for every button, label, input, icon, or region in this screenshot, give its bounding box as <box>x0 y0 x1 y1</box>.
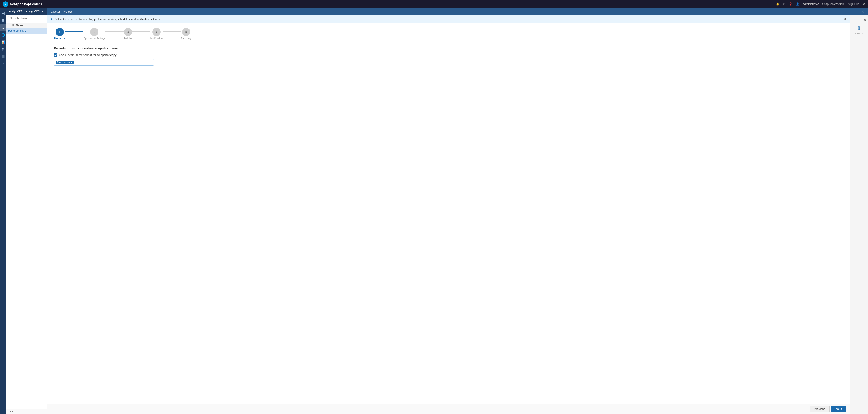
signout-button[interactable]: Sign Out <box>848 2 859 6</box>
top-nav-right: 🔔 ✉ ❓ 👤 administrator SnapCenterAdmin Si… <box>776 2 865 6</box>
step-4-circle: 4 <box>152 28 161 36</box>
step-connector-4-5 <box>163 31 181 32</box>
step-2: 2 Application Settings <box>84 28 105 40</box>
step-5: 5 Summary <box>181 28 191 40</box>
step-2-label[interactable]: Application Settings <box>84 37 105 40</box>
table-icon-flag: ⚑ <box>12 24 14 27</box>
netapp-logo: N <box>3 1 8 7</box>
step-connector-2-3 <box>105 31 124 32</box>
wizard-section-title: Provide format for custom snapshot name <box>54 46 843 50</box>
username-label[interactable]: administrator <box>803 2 818 6</box>
resource-panel: PostgreSQL PostgreSQL ☰ ⚑ Name postgres_… <box>6 8 47 414</box>
top-nav: N NetApp SnapCenter® 🔔 ✉ ❓ 👤 administrat… <box>0 0 868 8</box>
step-1: 1 Resource <box>54 28 65 40</box>
step-3-label[interactable]: Policies <box>124 37 132 40</box>
wizard-panel: ℹ Protect the resource by selecting prot… <box>47 15 850 414</box>
details-label: Details <box>855 32 863 35</box>
sidebar-collapse-button[interactable]: ◀ <box>0 10 6 16</box>
admin-label[interactable]: SnapCenterAdmin <box>822 2 844 6</box>
custom-snapshot-checkbox[interactable] <box>54 54 57 57</box>
resource-panel-footer: Total 1 <box>6 409 47 414</box>
checkbox-label[interactable]: Use custom name format for Snapshot copy <box>59 53 117 57</box>
breadcrumb-bar: Cluster - Protect ✕ <box>47 8 868 15</box>
info-message: Protect the resource by selecting protec… <box>54 18 160 21</box>
previous-button[interactable]: Previous <box>810 406 830 412</box>
wizard-body: Provide format for custom snapshot name … <box>47 42 850 404</box>
step-4-label[interactable]: Notification <box>150 37 163 40</box>
token-tag-close-icon[interactable]: ▾ <box>71 61 72 64</box>
total-label: Total 1 <box>8 410 16 413</box>
db-select[interactable]: PostgreSQL <box>25 9 44 13</box>
breadcrumb-close-icon[interactable]: ✕ <box>861 9 864 14</box>
step-3: 3 Policies <box>124 28 132 40</box>
content-wrapper: ℹ Protect the resource by selecting prot… <box>47 15 868 414</box>
step-1-circle: 1 <box>56 28 64 36</box>
sidebar-alert-icon[interactable]: ⚠ <box>0 61 6 67</box>
sidebar-apps-icon[interactable]: ⊞ <box>0 17 6 24</box>
app-title: NetApp SnapCenter® <box>10 2 42 6</box>
step-connector-3-4 <box>132 31 150 32</box>
resource-table-header: ☰ ⚑ Name <box>6 23 47 28</box>
token-tag-label: $HostName <box>57 61 70 64</box>
checkbox-row: Use custom name format for Snapshot copy <box>54 53 843 57</box>
step-5-label[interactable]: Summary <box>181 37 191 40</box>
step-5-circle: 5 <box>182 28 190 36</box>
icon-sidebar: ◀ ⊞ 🛡 🌐 📊 ⚙ ☰ ⚠ <box>0 8 6 414</box>
user-icon: 👤 <box>796 2 799 6</box>
step-connector-1-2 <box>65 31 84 32</box>
details-info-icon: ℹ <box>858 25 860 31</box>
step-3-circle: 3 <box>124 28 132 36</box>
window-close-icon[interactable]: ✕ <box>862 2 865 6</box>
details-panel: ✕ ℹ Details <box>850 15 868 414</box>
col-name-label: Name <box>16 24 23 27</box>
details-close-icon[interactable]: ✕ <box>861 17 868 23</box>
resource-list: postgres_5432 <box>6 28 47 409</box>
token-input-area[interactable]: $HostName ▾ <box>54 59 154 66</box>
bell-icon[interactable]: 🔔 <box>776 2 779 6</box>
wizard-steps: 1 Resource 2 Application Settings <box>47 23 850 42</box>
wizard-footer: Previous Next <box>47 404 850 414</box>
top-nav-left: N NetApp SnapCenter® <box>3 1 42 7</box>
info-bar: ℹ Protect the resource by selecting prot… <box>47 15 850 23</box>
token-tag-hostname[interactable]: $HostName ▾ <box>56 61 74 64</box>
token-text-input[interactable] <box>74 61 152 64</box>
sidebar-topology-icon[interactable]: ⚙ <box>0 46 6 53</box>
main-content: Cluster - Protect ✕ ℹ Protect the resour… <box>47 8 868 414</box>
help-icon[interactable]: ❓ <box>789 2 792 6</box>
sidebar-chart-icon[interactable]: 📊 <box>0 39 6 45</box>
sidebar-protect-icon[interactable]: 🛡 <box>0 25 6 31</box>
info-icon: ℹ <box>51 18 52 21</box>
mail-icon[interactable]: ✉ <box>783 2 785 6</box>
sidebar-menu-icon[interactable]: ☰ <box>0 54 6 60</box>
db-label: PostgreSQL <box>9 10 23 13</box>
step-4: 4 Notification <box>150 28 163 40</box>
search-input[interactable] <box>8 16 45 21</box>
resource-item[interactable]: postgres_5432 <box>6 28 47 34</box>
info-bar-close-icon[interactable]: ✕ <box>843 17 846 21</box>
resource-panel-header: PostgreSQL PostgreSQL <box>6 8 47 14</box>
main-layout: ◀ ⊞ 🛡 🌐 📊 ⚙ ☰ ⚠ PostgreSQL PostgreSQL ☰ … <box>0 8 868 414</box>
sidebar-globe-icon[interactable]: 🌐 <box>0 32 6 38</box>
search-box <box>6 14 47 23</box>
table-icon-list: ☰ <box>8 24 11 27</box>
breadcrumb: Cluster - Protect <box>51 10 72 13</box>
next-button[interactable]: Next <box>832 406 846 412</box>
step-2-circle: 2 <box>90 28 98 36</box>
step-1-label[interactable]: Resource <box>54 37 65 40</box>
